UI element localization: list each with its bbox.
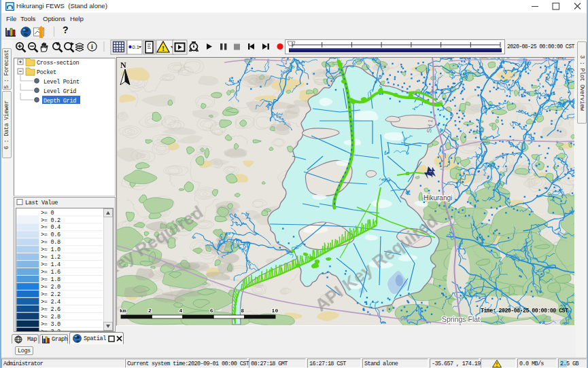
svg-text:>= 3.2: >= 3.2 — [41, 329, 60, 331]
svg-text:km: km — [120, 308, 126, 314]
svg-text:Depth Grid: Depth Grid — [44, 98, 76, 105]
svg-text:>= 0: >= 0 — [41, 210, 54, 217]
svg-text:10: 10 — [272, 308, 279, 314]
svg-text:>= 0.6: >= 0.6 — [41, 232, 60, 238]
svg-text:Level Point: Level Point — [44, 79, 80, 86]
svg-text:!: ! — [496, 361, 498, 368]
svg-text:2: 2 — [148, 308, 152, 314]
svg-text:4: 4 — [179, 308, 182, 314]
svg-text:>= 0.2: >= 0.2 — [41, 217, 60, 224]
svg-text:0.1: 0.1 — [133, 44, 139, 50]
svg-text:Cross-section: Cross-section — [37, 60, 80, 67]
svg-text:Level Grid: Level Grid — [44, 88, 76, 95]
svg-text:Time: 2020-08-25 00:00:00 CST: Time: 2020-08-25 00:00:00 CST — [481, 308, 568, 314]
svg-text:N: N — [120, 60, 126, 70]
svg-text:>= 0.8: >= 0.8 — [41, 239, 60, 246]
svg-text:8: 8 — [241, 308, 244, 314]
svg-text:>= 1.0: >= 1.0 — [41, 246, 60, 253]
svg-text:>= 2.6: >= 2.6 — [41, 306, 60, 313]
svg-text:Hikurangi: Hikurangi — [423, 194, 452, 202]
svg-text:>= 1.4: >= 1.4 — [41, 261, 60, 268]
svg-text:Springs Flat: Springs Flat — [442, 315, 480, 323]
svg-text:>= 3.0: >= 3.0 — [41, 321, 60, 328]
svg-text:>= 1.2: >= 1.2 — [41, 254, 60, 261]
svg-text:>= 0.4: >= 0.4 — [41, 224, 60, 231]
svg-text:>= 1.6: >= 1.6 — [41, 269, 60, 276]
svg-text:6: 6 — [210, 308, 213, 314]
svg-text:>= 2.4: >= 2.4 — [41, 299, 60, 306]
svg-text:>= 2.8: >= 2.8 — [41, 314, 60, 320]
svg-text:!: ! — [162, 44, 165, 52]
svg-text:>= 1.8: >= 1.8 — [41, 276, 60, 283]
svg-text:i: i — [91, 43, 93, 50]
svg-text:Pocket: Pocket — [37, 69, 56, 76]
svg-text:>= 2.2: >= 2.2 — [41, 291, 60, 298]
svg-text:Last Value: Last Value — [25, 200, 58, 206]
svg-text:>= 2.0: >= 2.0 — [41, 284, 60, 291]
